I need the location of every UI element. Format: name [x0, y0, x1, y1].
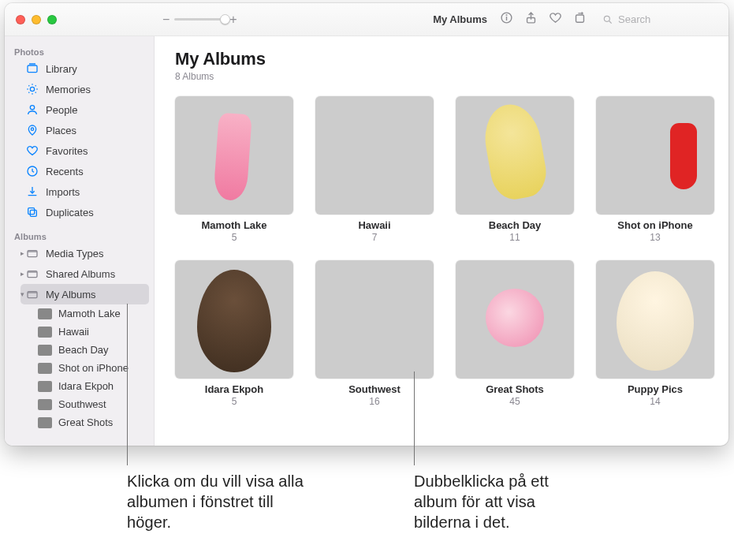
callout-left: Klicka om du vill visa alla albumen i fö… — [127, 471, 316, 532]
photos-window: − + My Albums — [5, 3, 728, 446]
sidebar-section-photos: Photos — [9, 44, 149, 58]
album-cover — [596, 260, 714, 379]
album-name: Idara Ekpoh — [175, 383, 293, 395]
sidebar-item-label: People — [46, 104, 144, 116]
album-thumb-icon — [38, 363, 52, 374]
sidebar-section-albums: Albums — [9, 229, 149, 243]
sidebar-album-beach-day[interactable]: Beach Day — [33, 341, 149, 359]
album-tile[interactable]: Shot on iPhone 13 — [596, 96, 714, 243]
album-thumb-icon — [38, 381, 52, 392]
rotate-icon[interactable] — [573, 11, 587, 28]
album-count: 11 — [456, 232, 574, 243]
zoom-out-icon: − — [162, 13, 170, 27]
svg-rect-13 — [30, 210, 36, 216]
album-thumb-icon — [38, 399, 52, 410]
sidebar-item-memories[interactable]: Memories — [20, 79, 149, 99]
album-name: Beach Day — [456, 219, 574, 231]
album-count: 45 — [456, 396, 574, 407]
heart-icon — [26, 144, 39, 157]
sidebar-item-label: Memories — [46, 84, 144, 95]
sidebar-album-hawaii[interactable]: Hawaii — [33, 323, 149, 341]
zoom-slider[interactable]: − + — [162, 13, 237, 27]
album-cover — [456, 260, 574, 379]
album-tile[interactable]: Great Shots 45 — [456, 260, 574, 407]
svg-point-2 — [506, 15, 507, 16]
titlebar-title: My Albums — [433, 13, 487, 25]
album-count: 13 — [596, 232, 714, 243]
share-icon[interactable] — [524, 11, 538, 28]
sidebar-album-mamoth-lake[interactable]: Mamoth Lake — [33, 304, 149, 323]
album-tile[interactable]: Idara Ekpoh 5 — [175, 260, 293, 407]
fullscreen-window-button[interactable] — [47, 15, 57, 24]
sidebar-album-idara-ekpoh[interactable]: Idara Ekpoh — [33, 377, 149, 395]
sidebar-item-shared-albums[interactable]: ▸ Shared Albums — [20, 263, 149, 284]
svg-rect-4 — [576, 15, 584, 22]
sidebar-item-recents[interactable]: Recents — [20, 161, 149, 181]
sidebar-item-places[interactable]: Places — [20, 120, 149, 140]
chevron-right-icon[interactable]: ▸ — [18, 249, 26, 257]
callout-leader-line — [414, 371, 415, 465]
sidebar-item-label: Recents — [46, 166, 144, 177]
folder-icon — [26, 288, 39, 301]
svg-point-5 — [604, 16, 609, 21]
library-icon — [26, 62, 39, 75]
sidebar-item-duplicates[interactable]: Duplicates — [20, 202, 149, 222]
callout-right: Dubbelklicka på ett album för att visa b… — [414, 471, 595, 532]
album-cover — [456, 96, 574, 215]
album-count: 5 — [175, 232, 293, 243]
sidebar-item-label: Shared Albums — [46, 268, 144, 280]
sidebar-item-imports[interactable]: Imports — [20, 181, 149, 202]
sidebar-item-label: Hawaii — [58, 326, 144, 338]
sidebar-item-label: Mamoth Lake — [58, 308, 144, 319]
album-cover — [596, 96, 714, 215]
album-thumb-icon — [38, 345, 52, 356]
sidebar-item-my-albums[interactable]: ▾ My Albums — [20, 284, 149, 304]
sidebar-item-favorites[interactable]: Favorites — [20, 140, 149, 161]
album-grid: Mamoth Lake 5 Hawaii 7 Beach Day 11 Shot… — [175, 96, 708, 407]
album-name: Puppy Pics — [596, 383, 714, 395]
svg-point-8 — [30, 87, 34, 91]
album-count: 5 — [175, 396, 293, 407]
sidebar-item-label: Shot on iPhone — [58, 362, 144, 374]
sidebar-item-label: Beach Day — [58, 344, 144, 356]
sidebar-album-shot-on-iphone[interactable]: Shot on iPhone — [33, 359, 149, 377]
minimize-window-button[interactable] — [32, 15, 41, 24]
album-thumb-icon — [38, 308, 52, 319]
svg-line-6 — [609, 21, 612, 23]
info-icon[interactable] — [500, 11, 513, 28]
sidebar-item-library[interactable]: Library — [20, 58, 149, 79]
page-title: My Albums — [175, 49, 708, 69]
duplicates-icon — [26, 206, 39, 218]
album-thumb-icon — [38, 417, 52, 428]
sidebar-item-label: Imports — [46, 186, 144, 198]
search-field[interactable] — [602, 13, 721, 25]
sidebar-item-label: Media Types — [46, 248, 144, 259]
album-cover — [315, 260, 434, 379]
album-name: Southwest — [315, 383, 434, 395]
svg-rect-7 — [28, 65, 37, 73]
folder-icon — [26, 247, 39, 259]
favorite-icon[interactable] — [549, 11, 562, 28]
clock-icon — [26, 165, 39, 177]
album-tile[interactable]: Mamoth Lake 5 — [175, 96, 293, 243]
chevron-down-icon[interactable]: ▾ — [18, 290, 26, 298]
sidebar-album-southwest[interactable]: Southwest — [33, 395, 149, 413]
album-name: Shot on iPhone — [596, 219, 714, 231]
sidebar-item-label: Library — [46, 63, 144, 75]
album-thumb-icon — [38, 327, 52, 338]
sidebar-item-media-types[interactable]: ▸ Media Types — [20, 243, 149, 263]
sidebar-item-people[interactable]: People — [20, 99, 149, 120]
memories-icon — [26, 83, 39, 95]
search-input[interactable] — [618, 13, 705, 25]
page-subtitle: 8 Albums — [175, 71, 708, 82]
album-tile[interactable]: Southwest 16 — [315, 260, 434, 407]
album-name: Great Shots — [456, 383, 574, 395]
album-cover — [175, 260, 293, 379]
album-tile[interactable]: Beach Day 11 — [456, 96, 574, 243]
album-tile[interactable]: Puppy Pics 14 — [596, 260, 714, 407]
chevron-right-icon[interactable]: ▸ — [18, 270, 26, 278]
sidebar-item-label: Duplicates — [46, 207, 144, 218]
close-window-button[interactable] — [16, 15, 25, 24]
sidebar-album-great-shots[interactable]: Great Shots — [33, 413, 149, 431]
album-tile[interactable]: Hawaii 7 — [315, 96, 434, 243]
